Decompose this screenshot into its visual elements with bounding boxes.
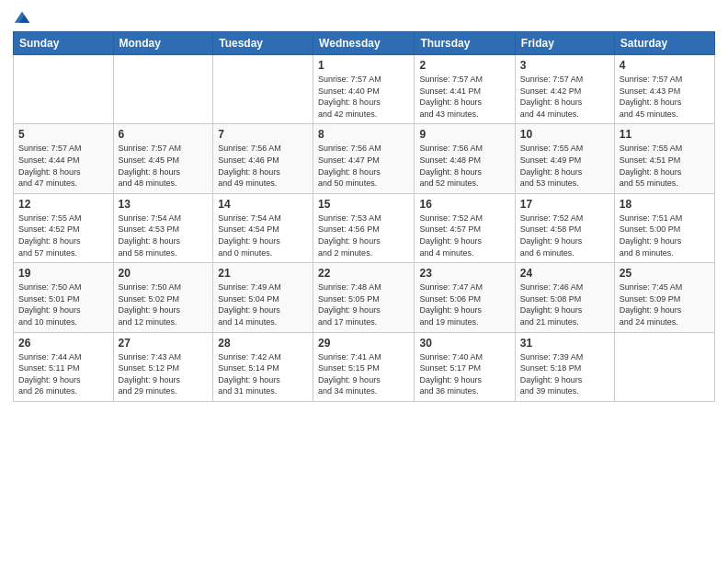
- calendar-cell: 23Sunrise: 7:47 AM Sunset: 5:06 PM Dayli…: [415, 263, 515, 332]
- calendar-cell: 6Sunrise: 7:57 AM Sunset: 4:45 PM Daylig…: [113, 124, 213, 193]
- day-info: Sunrise: 7:47 AM Sunset: 5:06 PM Dayligh…: [419, 282, 509, 327]
- calendar-header-wednesday: Wednesday: [313, 32, 415, 55]
- day-number: 13: [119, 198, 209, 211]
- calendar-cell: 28Sunrise: 7:42 AM Sunset: 5:14 PM Dayli…: [213, 332, 313, 401]
- calendar-cell: 14Sunrise: 7:54 AM Sunset: 4:54 PM Dayli…: [213, 193, 313, 262]
- day-number: 23: [419, 267, 509, 280]
- day-info: Sunrise: 7:41 AM Sunset: 5:15 PM Dayligh…: [318, 351, 409, 397]
- day-info: Sunrise: 7:54 AM Sunset: 4:53 PM Dayligh…: [119, 213, 209, 259]
- calendar-cell: 29Sunrise: 7:41 AM Sunset: 5:15 PM Dayli…: [313, 332, 415, 401]
- day-number: 16: [419, 198, 509, 211]
- day-number: 29: [318, 337, 409, 350]
- day-number: 9: [419, 128, 509, 141]
- day-number: 22: [318, 267, 409, 280]
- day-number: 15: [318, 198, 409, 211]
- calendar-header-sunday: Sunday: [14, 32, 114, 55]
- calendar-cell: 18Sunrise: 7:51 AM Sunset: 5:00 PM Dayli…: [614, 193, 714, 262]
- day-number: 2: [419, 59, 509, 72]
- calendar-week-2: 12Sunrise: 7:55 AM Sunset: 4:52 PM Dayli…: [14, 193, 715, 262]
- calendar-cell: 1Sunrise: 7:57 AM Sunset: 4:40 PM Daylig…: [313, 55, 415, 124]
- calendar-cell: 26Sunrise: 7:44 AM Sunset: 5:11 PM Dayli…: [14, 332, 114, 401]
- calendar-cell: 13Sunrise: 7:54 AM Sunset: 4:53 PM Dayli…: [113, 193, 213, 262]
- calendar-cell: 10Sunrise: 7:55 AM Sunset: 4:49 PM Dayli…: [515, 124, 614, 193]
- calendar-table: SundayMondayTuesdayWednesdayThursdayFrid…: [13, 31, 715, 402]
- day-info: Sunrise: 7:52 AM Sunset: 4:58 PM Dayligh…: [520, 213, 609, 259]
- day-number: 18: [620, 198, 710, 211]
- calendar-cell: [213, 55, 313, 124]
- day-info: Sunrise: 7:57 AM Sunset: 4:40 PM Dayligh…: [318, 74, 409, 120]
- day-number: 27: [119, 337, 209, 350]
- day-info: Sunrise: 7:57 AM Sunset: 4:44 PM Dayligh…: [18, 143, 108, 189]
- calendar-cell: 9Sunrise: 7:56 AM Sunset: 4:48 PM Daylig…: [415, 124, 515, 193]
- day-info: Sunrise: 7:51 AM Sunset: 5:00 PM Dayligh…: [620, 213, 710, 259]
- calendar-cell: 21Sunrise: 7:49 AM Sunset: 5:04 PM Dayli…: [213, 263, 313, 332]
- day-info: Sunrise: 7:56 AM Sunset: 4:48 PM Dayligh…: [419, 143, 509, 189]
- day-info: Sunrise: 7:55 AM Sunset: 4:52 PM Dayligh…: [18, 213, 108, 259]
- calendar-header-monday: Monday: [113, 32, 213, 55]
- day-number: 5: [18, 128, 108, 141]
- day-number: 3: [520, 59, 609, 72]
- day-number: 28: [218, 337, 308, 350]
- day-info: Sunrise: 7:44 AM Sunset: 5:11 PM Dayligh…: [18, 351, 108, 397]
- calendar-cell: 20Sunrise: 7:50 AM Sunset: 5:02 PM Dayli…: [113, 263, 213, 332]
- calendar-cell: [113, 55, 213, 124]
- calendar-header-friday: Friday: [515, 32, 614, 55]
- calendar-cell: 19Sunrise: 7:50 AM Sunset: 5:01 PM Dayli…: [14, 263, 114, 332]
- day-number: 31: [520, 337, 609, 350]
- calendar-week-0: 1Sunrise: 7:57 AM Sunset: 4:40 PM Daylig…: [14, 55, 715, 124]
- calendar-cell: 22Sunrise: 7:48 AM Sunset: 5:05 PM Dayli…: [313, 263, 415, 332]
- calendar-cell: 2Sunrise: 7:57 AM Sunset: 4:41 PM Daylig…: [415, 55, 515, 124]
- calendar-cell: 12Sunrise: 7:55 AM Sunset: 4:52 PM Dayli…: [14, 193, 114, 262]
- calendar-cell: 15Sunrise: 7:53 AM Sunset: 4:56 PM Dayli…: [313, 193, 415, 262]
- day-number: 7: [218, 128, 308, 141]
- day-number: 19: [18, 267, 108, 280]
- day-number: 25: [620, 267, 710, 280]
- day-info: Sunrise: 7:43 AM Sunset: 5:12 PM Dayligh…: [119, 351, 209, 397]
- day-info: Sunrise: 7:57 AM Sunset: 4:42 PM Dayligh…: [520, 74, 609, 120]
- day-number: 1: [318, 59, 409, 72]
- calendar-cell: 24Sunrise: 7:46 AM Sunset: 5:08 PM Dayli…: [515, 263, 614, 332]
- day-number: 21: [218, 267, 308, 280]
- calendar-header-tuesday: Tuesday: [213, 32, 313, 55]
- day-number: 30: [419, 337, 509, 350]
- day-info: Sunrise: 7:55 AM Sunset: 4:49 PM Dayligh…: [520, 143, 609, 189]
- day-info: Sunrise: 7:57 AM Sunset: 4:43 PM Dayligh…: [620, 74, 710, 120]
- day-number: 14: [218, 198, 308, 211]
- calendar-header-thursday: Thursday: [415, 32, 515, 55]
- day-number: 20: [119, 267, 209, 280]
- day-info: Sunrise: 7:50 AM Sunset: 5:02 PM Dayligh…: [119, 282, 209, 327]
- calendar-cell: 7Sunrise: 7:56 AM Sunset: 4:46 PM Daylig…: [213, 124, 313, 193]
- calendar-cell: 31Sunrise: 7:39 AM Sunset: 5:18 PM Dayli…: [515, 332, 614, 401]
- calendar-cell: 25Sunrise: 7:45 AM Sunset: 5:09 PM Dayli…: [614, 263, 714, 332]
- day-info: Sunrise: 7:57 AM Sunset: 4:45 PM Dayligh…: [119, 143, 209, 189]
- calendar-cell: 27Sunrise: 7:43 AM Sunset: 5:12 PM Dayli…: [113, 332, 213, 401]
- day-info: Sunrise: 7:54 AM Sunset: 4:54 PM Dayligh…: [218, 213, 308, 259]
- day-number: 4: [620, 59, 710, 72]
- day-info: Sunrise: 7:40 AM Sunset: 5:17 PM Dayligh…: [419, 351, 509, 397]
- page: SundayMondayTuesdayWednesdayThursdayFrid…: [0, 0, 728, 563]
- logo-area: [13, 9, 31, 26]
- calendar-cell: 4Sunrise: 7:57 AM Sunset: 4:43 PM Daylig…: [614, 55, 714, 124]
- calendar-cell: [614, 332, 714, 401]
- calendar-cell: 3Sunrise: 7:57 AM Sunset: 4:42 PM Daylig…: [515, 55, 614, 124]
- calendar-cell: 8Sunrise: 7:56 AM Sunset: 4:47 PM Daylig…: [313, 124, 415, 193]
- day-number: 6: [119, 128, 209, 141]
- day-number: 26: [18, 337, 108, 350]
- calendar-week-1: 5Sunrise: 7:57 AM Sunset: 4:44 PM Daylig…: [14, 124, 715, 193]
- day-info: Sunrise: 7:52 AM Sunset: 4:57 PM Dayligh…: [419, 213, 509, 259]
- calendar-week-4: 26Sunrise: 7:44 AM Sunset: 5:11 PM Dayli…: [14, 332, 715, 401]
- day-info: Sunrise: 7:39 AM Sunset: 5:18 PM Dayligh…: [520, 351, 609, 397]
- day-number: 24: [520, 267, 609, 280]
- day-info: Sunrise: 7:50 AM Sunset: 5:01 PM Dayligh…: [18, 282, 108, 327]
- day-info: Sunrise: 7:53 AM Sunset: 4:56 PM Dayligh…: [318, 213, 409, 259]
- calendar-week-3: 19Sunrise: 7:50 AM Sunset: 5:01 PM Dayli…: [14, 263, 715, 332]
- day-info: Sunrise: 7:48 AM Sunset: 5:05 PM Dayligh…: [318, 282, 409, 327]
- day-number: 17: [520, 198, 609, 211]
- day-info: Sunrise: 7:57 AM Sunset: 4:41 PM Dayligh…: [419, 74, 509, 120]
- day-number: 12: [18, 198, 108, 211]
- calendar-header-saturday: Saturday: [614, 32, 714, 55]
- calendar-cell: [14, 55, 114, 124]
- header: [13, 9, 715, 26]
- day-info: Sunrise: 7:49 AM Sunset: 5:04 PM Dayligh…: [218, 282, 308, 327]
- calendar-cell: 5Sunrise: 7:57 AM Sunset: 4:44 PM Daylig…: [14, 124, 114, 193]
